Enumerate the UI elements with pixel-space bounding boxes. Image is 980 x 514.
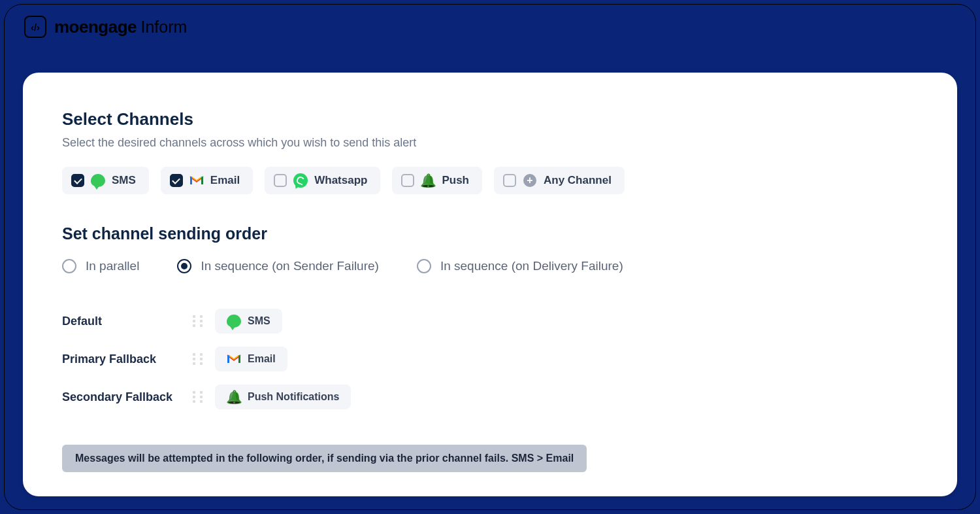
brand-name: moengage — [54, 17, 137, 37]
order-mode-label: In sequence (on Sender Failure) — [201, 259, 379, 273]
config-card: Select Channels Select the desired chann… — [23, 73, 957, 496]
order-role-label: Secondary Fallback — [62, 390, 193, 404]
order-pill-label: Email — [248, 353, 276, 365]
topbar: ‹/› moengage Inform — [5, 5, 975, 49]
push-bell-icon: 🔔 — [227, 390, 241, 404]
order-row: DefaultSMS — [62, 302, 918, 340]
order-row: Primary FallbackEmail — [62, 340, 918, 378]
order-row: Secondary Fallback🔔Push Notifications — [62, 378, 918, 416]
radio[interactable] — [177, 259, 191, 273]
order-mode-option[interactable]: In parallel — [62, 259, 139, 273]
drag-handle-icon[interactable] — [193, 315, 204, 327]
order-mode-option[interactable]: In sequence (on Delivery Failure) — [417, 259, 623, 273]
brand-wordmark: moengage Inform — [54, 17, 187, 37]
order-pill[interactable]: Email — [215, 347, 287, 371]
order-mode-option[interactable]: In sequence (on Sender Failure) — [177, 259, 379, 273]
drag-handle-icon[interactable] — [193, 353, 204, 365]
channel-chip-row: SMSEmailWhatsapp🔔Push+Any Channel — [62, 167, 918, 194]
brand-product: Inform — [140, 18, 187, 36]
channel-chip-label: Whatsapp — [314, 174, 367, 187]
checkbox[interactable] — [274, 174, 287, 187]
channel-chip-sms[interactable]: SMS — [62, 167, 149, 194]
sms-icon — [227, 314, 241, 328]
order-pill[interactable]: 🔔Push Notifications — [215, 385, 351, 409]
section-subtitle-channels: Select the desired channels across which… — [62, 136, 918, 150]
checkbox[interactable] — [401, 174, 414, 187]
gmail-icon — [227, 352, 241, 366]
section-title-order: Set channel sending order — [62, 224, 918, 243]
gmail-icon — [189, 173, 204, 188]
whatsapp-icon — [293, 173, 308, 188]
order-mode-label: In sequence (on Delivery Failure) — [440, 259, 623, 273]
app-frame: ‹/› moengage Inform Select Channels Sele… — [4, 4, 976, 510]
section-title-channels: Select Channels — [62, 109, 918, 129]
order-pill-label: SMS — [248, 315, 270, 327]
radio[interactable] — [417, 259, 431, 273]
info-banner: Messages will be attempted in the follow… — [62, 445, 587, 472]
push-bell-icon: 🔔 — [421, 173, 435, 188]
sms-icon — [91, 173, 105, 188]
channel-chip-push[interactable]: 🔔Push — [392, 167, 482, 194]
channel-chip-email[interactable]: Email — [161, 167, 253, 194]
order-pill[interactable]: SMS — [215, 309, 282, 334]
checkbox[interactable] — [170, 174, 183, 187]
channel-chip-label: SMS — [112, 174, 136, 187]
order-list: DefaultSMSPrimary FallbackEmailSecondary… — [62, 302, 918, 416]
drag-handle-icon[interactable] — [193, 391, 204, 403]
channel-chip-whatsapp[interactable]: Whatsapp — [265, 167, 380, 194]
order-mode-label: In parallel — [86, 259, 139, 273]
channel-chip-any-channel[interactable]: +Any Channel — [494, 167, 625, 194]
brand-mark-icon: ‹/› — [24, 16, 46, 38]
checkbox[interactable] — [71, 174, 84, 187]
checkbox[interactable] — [503, 174, 516, 187]
channel-chip-label: Any Channel — [544, 174, 612, 187]
order-mode-row: In parallelIn sequence (on Sender Failur… — [62, 259, 918, 273]
order-role-label: Default — [62, 315, 193, 328]
channel-chip-label: Email — [210, 174, 240, 187]
plus-circle-icon: + — [523, 173, 537, 188]
channel-chip-label: Push — [442, 174, 469, 187]
order-pill-label: Push Notifications — [248, 391, 339, 403]
radio[interactable] — [62, 259, 76, 273]
order-role-label: Primary Fallback — [62, 352, 193, 366]
